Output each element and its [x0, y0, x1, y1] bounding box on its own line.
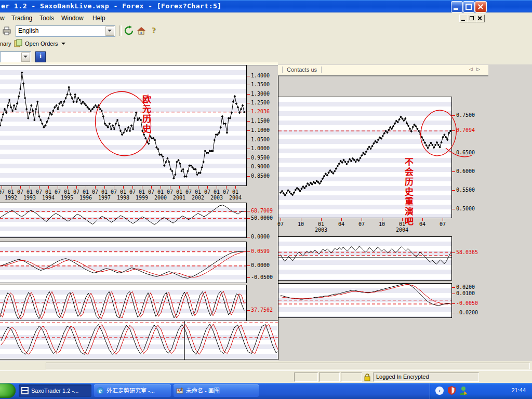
date-label: 01 [232, 189, 238, 195]
scale-label: -0.0200 [456, 310, 478, 315]
help-icon[interactable]: ? [152, 26, 156, 35]
messenger-icon[interactable] [459, 386, 468, 395]
scale-label: -0.0500 [251, 274, 273, 280]
clock[interactable]: 21:44 [511, 387, 526, 393]
menu-item-help[interactable]: Help [89, 14, 109, 22]
menu-item-cutoff[interactable]: w [0, 14, 8, 22]
start-button[interactable] [0, 383, 16, 398]
right-macd-panel[interactable] [278, 283, 452, 318]
date-label: 07 [440, 221, 446, 227]
menu-item-tools[interactable]: Tools [36, 14, 57, 22]
scale-tick [247, 237, 250, 237]
scale-tick [247, 130, 250, 131]
saxobank-icon [21, 387, 29, 394]
close-button[interactable] [475, 1, 487, 12]
mdi-restore-button[interactable] [468, 15, 476, 22]
scale-tick [452, 252, 455, 253]
year-label: 1994 [42, 195, 55, 201]
year-label: 2000 [154, 195, 167, 201]
right-rsi-panel[interactable] [278, 236, 452, 281]
summary-tab-cutoff[interactable]: nary [0, 41, 11, 47]
date-label: 01 [318, 221, 324, 227]
scale-tick [247, 94, 250, 95]
date-label: 01 [120, 189, 126, 195]
date-label: 07 [0, 189, 5, 195]
scale-tick [452, 209, 455, 209]
tray-collapse-icon[interactable]: ‹ [435, 387, 444, 395]
date-label: 01 [83, 189, 89, 195]
scale-label: 1.0500 [251, 137, 270, 142]
scale-tick [247, 176, 250, 177]
menu-bar: w Trading Tools Window Help [0, 12, 532, 24]
info-button[interactable]: i [35, 51, 46, 62]
date-tick [48, 186, 49, 189]
tab-scroll-right-icon[interactable]: ▷ [476, 66, 480, 72]
scale-label: 1.2036 [251, 109, 270, 114]
mdi-close-button[interactable] [476, 15, 485, 22]
open-orders-dropdown-icon[interactable] [61, 43, 65, 47]
taskbar-item-paint[interactable]: 未命名 - 画图 [174, 384, 259, 397]
mdi-minimize-button[interactable] [459, 15, 468, 22]
date-label: 07 [73, 189, 79, 195]
scale-label: 1.3000 [251, 91, 270, 97]
tab-scroll-left-icon[interactable]: ◁ [469, 66, 473, 72]
year-label: 1993 [23, 195, 36, 201]
date-tick [198, 186, 198, 189]
date-tick [362, 218, 362, 221]
print-icon[interactable] [2, 25, 12, 36]
tab-contacts-us[interactable]: Contacts us [282, 66, 322, 73]
minimize-button[interactable] [451, 1, 463, 12]
chevron-down-icon [108, 30, 112, 34]
left-price-chart[interactable] [0, 65, 247, 186]
window-title: er 1.2 - SaxoBankLive.wsp - Forex - [For… [1, 0, 222, 12]
date-label: 07 [358, 221, 365, 227]
left-price-scale: 1.40001.35001.30001.25001.20361.15001.10… [247, 65, 278, 186]
taskbar-item-saxotrader[interactable]: SaxoTrader 1.2 -... [19, 384, 91, 397]
restore-icon [466, 4, 472, 10]
taskbar-item-browser[interactable]: e 外汇走势研究室 -... [94, 384, 171, 397]
date-label: 01 [195, 189, 201, 195]
scale-label: 58.0365 [456, 249, 478, 255]
language-dropdown-button[interactable] [105, 26, 114, 36]
left-macd-panel[interactable] [0, 242, 247, 283]
date-tick [341, 218, 342, 221]
home-icon[interactable] [136, 25, 147, 36]
left-rsi-panel[interactable] [0, 203, 247, 238]
menu-item-window[interactable]: Window [58, 14, 87, 22]
date-tick [217, 186, 217, 189]
left-stochastic-panel[interactable] [0, 285, 247, 325]
date-label: 07 [92, 189, 98, 195]
language-combo[interactable]: English [16, 25, 115, 37]
symbol-dropdown-button[interactable] [21, 52, 30, 62]
menu-item-trading[interactable]: Trading [8, 14, 35, 22]
date-tick [86, 186, 86, 189]
scale-label: 0.9000 [251, 164, 270, 169]
scale-label: 50.0000 [251, 215, 273, 221]
date-tick [142, 186, 142, 189]
refresh-icon[interactable] [124, 25, 134, 36]
restore-button[interactable] [463, 1, 475, 12]
date-tick [67, 186, 68, 189]
date-label: 07 [129, 189, 136, 195]
open-orders-tab[interactable]: Open Orders [25, 41, 58, 47]
security-shield-icon[interactable] [448, 386, 456, 395]
title-bar[interactable]: er 1.2 - SaxoBankLive.wsp - Forex - [For… [0, 0, 532, 12]
right-price-chart[interactable] [278, 97, 452, 218]
scale-label: 0.0000 [251, 262, 270, 268]
scale-tick [247, 251, 250, 252]
scale-tick [452, 294, 455, 294]
horizontal-scrollbar[interactable] [46, 363, 530, 369]
date-label: 01 [214, 189, 220, 195]
language-value: English [18, 27, 38, 34]
date-tick [76, 186, 77, 189]
scale-label: -0.0050 [456, 300, 478, 306]
date-tick [39, 186, 39, 189]
scale-tick [247, 76, 250, 76]
date-label: 07 [223, 189, 229, 195]
login-status-text: Logged In Encrypted [376, 374, 429, 380]
date-tick [235, 186, 236, 189]
symbol-combo[interactable] [0, 51, 31, 63]
right-price-scale: 0.75000.70940.65000.60000.55000.5000 [452, 97, 488, 218]
taskbar: SaxoTrader 1.2 -... e 外汇走势研究室 -... 未命名 -… [0, 383, 532, 399]
system-tray: ‹ 21:44 [430, 383, 532, 399]
